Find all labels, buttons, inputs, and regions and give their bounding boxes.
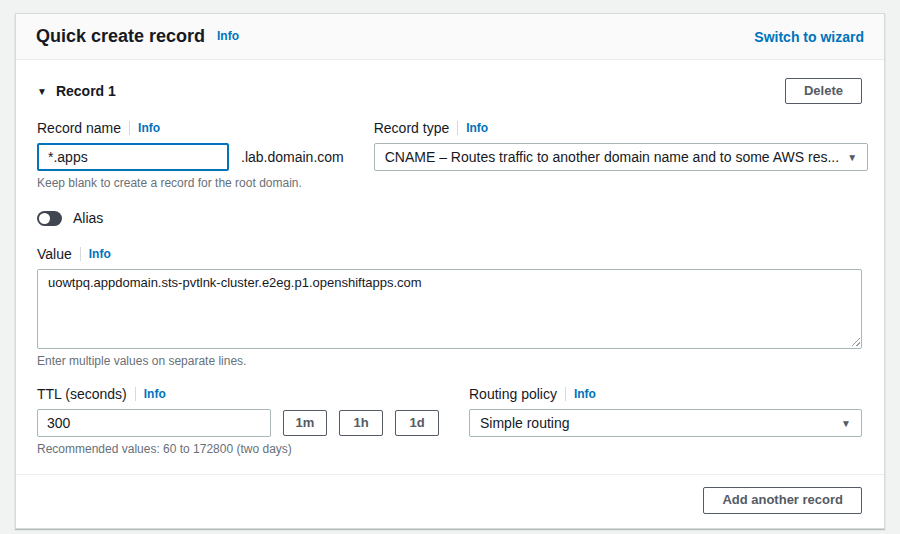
alias-row: Alias [37,210,862,226]
ttl-input[interactable] [37,409,271,437]
record-name-input[interactable] [37,143,229,171]
ttl-input-row: 1m 1h 1d [37,409,439,437]
routing-policy-label-row: Routing policy Info [469,386,862,402]
routing-policy-info-link[interactable]: Info [574,387,596,401]
ttl-1h-button[interactable]: 1h [339,410,383,436]
record-section-toggle[interactable]: ▼ Record 1 [37,83,116,99]
panel-body: ▼ Record 1 Delete Record name Info .lab.… [16,60,884,456]
delete-button[interactable]: Delete [785,78,862,104]
value-textarea[interactable]: uowtpq.appdomain.sts-pvtlnk-cluster.e2eg… [37,269,862,349]
ttl-hint: Recommended values: 60 to 172800 (two da… [37,442,439,456]
record-type-info-link[interactable]: Info [466,121,488,135]
page-title: Quick create record [36,26,205,46]
record-name-field-group: Record name Info .lab.domain.com Keep bl… [37,120,344,190]
collapse-triangle-icon: ▼ [37,86,47,97]
record-type-selected-value: CNAME – Routes traffic to another domain… [385,149,839,165]
switch-to-wizard-link[interactable]: Switch to wizard [754,29,864,45]
label-separator [565,387,566,401]
record-type-label-row: Record type Info [374,120,868,136]
value-hint: Enter multiple values on separate lines. [37,354,862,368]
ttl-1d-button[interactable]: 1d [395,410,439,436]
chevron-down-icon: ▼ [841,418,851,429]
record-type-select[interactable]: CNAME – Routes traffic to another domain… [374,143,868,171]
label-separator [129,121,130,135]
quick-create-record-panel: Quick create record Info Switch to wizar… [15,13,885,529]
routing-policy-selected-value: Simple routing [480,415,570,431]
record-name-label-row: Record name Info [37,120,344,136]
label-separator [457,121,458,135]
value-info-link[interactable]: Info [89,247,111,261]
panel-footer: Add another record [16,474,884,527]
header-info-link[interactable]: Info [217,29,239,43]
ttl-label: TTL (seconds) [37,386,127,402]
routing-policy-label: Routing policy [469,386,557,402]
add-another-record-button[interactable]: Add another record [703,487,862,513]
record-name-input-row: .lab.domain.com [37,143,344,171]
chevron-down-icon: ▼ [847,152,857,163]
toggle-knob [39,213,50,224]
record-name-hint: Keep blank to create a record for the ro… [37,176,344,190]
page-actions: Cancel Create records [0,529,900,534]
record-header-row: ▼ Record 1 Delete [37,78,862,104]
label-separator [80,247,81,261]
value-field-group: Value Info uowtpq.appdomain.sts-pvtlnk-c… [37,246,862,368]
ttl-routing-row: TTL (seconds) Info 1m 1h 1d Recommended … [37,386,862,456]
record-name-label: Record name [37,120,121,136]
record-title: Record 1 [56,83,116,99]
ttl-field-group: TTL (seconds) Info 1m 1h 1d Recommended … [37,386,439,456]
label-separator [135,387,136,401]
value-label-row: Value Info [37,246,862,262]
routing-policy-select[interactable]: Simple routing ▼ [469,409,862,437]
record-type-field-group: Record type Info CNAME – Routes traffic … [374,120,868,190]
domain-suffix: .lab.domain.com [241,149,344,165]
record-type-label: Record type [374,120,449,136]
panel-header: Quick create record Info Switch to wizar… [16,14,884,60]
name-type-row: Record name Info .lab.domain.com Keep bl… [37,120,862,190]
value-textarea-wrap: uowtpq.appdomain.sts-pvtlnk-cluster.e2eg… [37,269,862,349]
record-name-info-link[interactable]: Info [138,121,160,135]
alias-toggle[interactable] [37,211,62,226]
ttl-info-link[interactable]: Info [144,387,166,401]
panel-title-group: Quick create record Info [36,26,239,47]
routing-policy-field-group: Routing policy Info Simple routing ▼ [469,386,862,456]
ttl-label-row: TTL (seconds) Info [37,386,439,402]
ttl-1m-button[interactable]: 1m [283,410,327,436]
value-label: Value [37,246,72,262]
alias-label: Alias [73,210,103,226]
